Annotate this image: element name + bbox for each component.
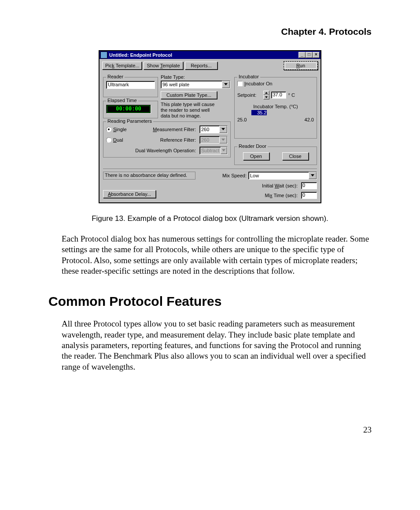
titlebar: Untitled: Endpoint Protocol _ □ ×	[99, 51, 321, 59]
paragraph-1: Each Protocol dialog box has numerous se…	[62, 234, 372, 276]
dual-label: Dual	[113, 137, 123, 143]
elapsed-time-group: Elapsed Time 00:00:00	[103, 101, 158, 118]
incubator-temp-label: Incubator Temp. (°C)	[237, 104, 314, 109]
show-template-button[interactable]: Show Template	[144, 62, 183, 70]
mix-time-label: Mix Time (sec):	[265, 193, 299, 198]
setpoint-input[interactable]: 37.0	[271, 92, 286, 99]
window-title: Untitled: Endpoint Protocol	[109, 52, 298, 58]
chevron-down-icon	[219, 136, 227, 143]
svg-marker-0	[224, 83, 228, 85]
reports-button[interactable]: Reports...	[185, 62, 217, 70]
section-heading: Common Protocol Features	[48, 294, 372, 309]
plate-type-select[interactable]: 96 well plate	[161, 81, 230, 88]
setpoint-label: Setpoint:	[237, 92, 256, 98]
elapsed-time-legend: Elapsed Time	[106, 98, 138, 103]
reader-field[interactable]: Ultramark	[106, 81, 155, 89]
incubator-on-label: Incubator On	[244, 81, 273, 86]
svg-marker-2	[221, 139, 225, 141]
reader-door-group: Reader Door Open Close	[234, 147, 317, 165]
plate-type-note: This plate type will cause the reader to…	[161, 102, 218, 119]
chevron-down-icon[interactable]	[222, 81, 230, 88]
reading-parameters-group: Reading Parameters Single Measurement Fi…	[103, 121, 231, 158]
single-label: Single	[113, 127, 127, 132]
dual-radio[interactable]	[106, 137, 111, 143]
reading-parameters-legend: Reading Parameters	[106, 118, 153, 124]
reader-group: Reader Ultramark	[103, 77, 158, 97]
protocol-dialog: Untitled: Endpoint Protocol _ □ × Pick T…	[99, 50, 321, 203]
dual-wavelength-label: Dual Wavelength Operation:	[106, 148, 198, 153]
custom-plate-type-button[interactable]: Custom Plate Type...	[161, 91, 217, 99]
elapsed-time-readout: 00:00:00	[106, 105, 151, 114]
pick-template-button[interactable]: Pick Template...	[102, 62, 142, 70]
svg-marker-3	[222, 149, 225, 151]
chapter-header: Chapter 4. Protocols	[48, 26, 372, 37]
temp-max: 42.0	[305, 117, 314, 122]
initial-wait-label: Initial Wait (sec):	[262, 183, 299, 188]
svg-marker-4	[265, 92, 268, 94]
reference-filter-select: 260	[199, 136, 228, 144]
reader-door-legend: Reader Door	[237, 143, 268, 149]
temp-min: 25.0	[237, 117, 247, 122]
chevron-down-icon	[221, 147, 227, 154]
incubator-on-checkbox[interactable]	[237, 81, 243, 86]
door-open-button[interactable]: Open	[243, 152, 269, 160]
svg-marker-5	[265, 96, 268, 98]
incubator-legend: Incubator	[237, 74, 260, 79]
absorbance-delay-status: There is no absorbance delay defined.	[103, 172, 195, 180]
mix-speed-label: Mix Speed:	[216, 173, 247, 178]
svg-marker-6	[311, 174, 314, 176]
paragraph-2: All three Protocol types allow you to se…	[62, 319, 372, 372]
initial-wait-input[interactable]: 0	[301, 182, 317, 189]
mix-speed-select[interactable]: Low	[248, 172, 317, 180]
reference-filter-label: Reference Filter:	[139, 137, 198, 143]
setpoint-unit: ° C	[288, 92, 295, 98]
plate-type-label: Plate Type:	[161, 74, 230, 80]
single-radio[interactable]	[106, 127, 111, 132]
run-button[interactable]: Run	[284, 61, 318, 70]
figure-caption: Figure 13. Example of a Protocol dialog …	[48, 214, 372, 223]
setpoint-spinner[interactable]	[263, 91, 269, 99]
toolbar: Pick Template... Show Template Reports..…	[99, 59, 321, 72]
close-icon[interactable]: ×	[313, 52, 320, 58]
incubator-temp-gauge: 35.2	[237, 110, 308, 116]
measurement-filter-select[interactable]: 260	[199, 125, 228, 133]
mix-time-input[interactable]: 0	[301, 192, 317, 199]
chevron-down-icon[interactable]	[219, 126, 227, 133]
chevron-down-icon[interactable]	[309, 172, 317, 179]
svg-marker-1	[221, 128, 225, 130]
absorbance-delay-button[interactable]: Absorbance Delay...	[103, 190, 156, 198]
measurement-filter-label: Measurement Filter:	[139, 127, 198, 132]
door-close-button[interactable]: Close	[282, 152, 309, 160]
app-icon	[100, 51, 107, 59]
incubator-group: Incubator Incubator On Setpoint:	[234, 77, 317, 139]
reader-legend: Reader	[106, 74, 125, 79]
dual-wavelength-select: Subtract	[199, 147, 228, 154]
page-number: 23	[48, 425, 372, 435]
maximize-icon[interactable]: □	[306, 52, 313, 58]
minimize-icon[interactable]: _	[298, 52, 306, 58]
